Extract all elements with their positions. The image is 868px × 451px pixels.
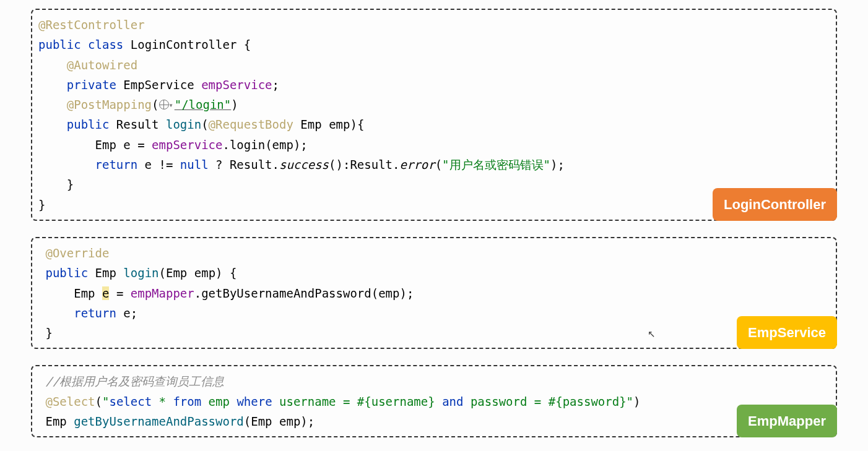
type-emp-p-b3: Emp (251, 414, 272, 428)
badge-emp-mapper: EmpMapper (737, 405, 837, 437)
type-emp-b3: Emp (45, 414, 66, 428)
annotation-requestbody: @RequestBody (209, 118, 293, 131)
kw-public-b2: public (45, 266, 88, 280)
sql-from: from (173, 395, 201, 408)
param-emp-b2: emp (194, 266, 215, 280)
kw-public: public (38, 38, 81, 51)
sql-username: username (272, 395, 343, 408)
var-e-b2: e (102, 286, 109, 300)
sql-open: " (102, 395, 109, 408)
type-empservice: EmpService (123, 78, 194, 92)
kw-null: null (180, 158, 209, 171)
code-block-emp-mapper: //根据用户名及密码查询员工信息 @Select("select * from … (31, 365, 837, 437)
kw-class: class (88, 38, 123, 51)
comment-line: //根据用户名及密码查询员工信息 (45, 374, 224, 388)
code-block-emp-service: @Override public Emp login(Emp emp) { Em… (31, 237, 837, 349)
sql-where: where (237, 395, 272, 408)
var-e2: e (145, 158, 152, 171)
sql-close: " (627, 395, 633, 408)
call-login: login (230, 138, 265, 152)
class-name: LoginController (131, 38, 237, 51)
annotation-override: @Override (45, 246, 109, 260)
call-getby: getByUsernameAndPassword (201, 286, 371, 300)
arg-emp: emp (272, 138, 293, 152)
badge-login-controller: LoginController (713, 188, 837, 221)
kw-return: return (95, 158, 138, 171)
sql-select: select (109, 395, 152, 408)
error-msg: "用户名或密码错误" (442, 158, 550, 171)
annotation-autowired: @Autowired (67, 58, 137, 72)
kw-private: private (67, 78, 116, 92)
ref-empservice: empService (152, 138, 222, 152)
chevron-down-icon: ▾ (169, 99, 173, 111)
method-login-b2: login (123, 266, 158, 280)
var-e: e (123, 138, 130, 152)
type-emp-b2: Emp (95, 266, 116, 280)
sql-star: * (152, 395, 173, 408)
call-error: error (399, 158, 435, 171)
kw-public2: public (67, 118, 110, 131)
annotation-restcontroller: @RestController (38, 18, 145, 32)
type-emp-l-b2: Emp (74, 286, 95, 300)
route-string: "/login" (175, 98, 232, 111)
sql-eq1: = (343, 395, 350, 408)
ref-empmapper: empMapper (131, 286, 194, 300)
annotation-select: @Select (45, 395, 95, 408)
code-block-login-controller: @RestController public class LoginContro… (31, 9, 837, 221)
cursor-icon: ↖ (648, 329, 656, 339)
method-login: login (166, 118, 201, 131)
globe-icon (159, 100, 169, 110)
arg-emp-b2: emp (378, 286, 399, 300)
annotation-postmapping: @PostMapping (67, 98, 152, 111)
method-getby-b3: getByUsernameAndPassword (74, 414, 244, 428)
param-emp: emp (329, 118, 350, 131)
type-result: Result (116, 118, 159, 131)
param-emp-b3: emp (279, 414, 300, 428)
sql-p-user: #{username} (350, 395, 442, 408)
var-e2-b2: e (123, 306, 130, 320)
sql-password: password (463, 395, 534, 408)
sql-p-pass: #{password} (541, 395, 626, 408)
sql-and: and (442, 395, 463, 408)
type-emp-local: Emp (95, 138, 116, 152)
call-success: success (279, 158, 329, 171)
kw-return-b2: return (74, 306, 116, 320)
sql-emp: emp (201, 395, 237, 408)
sql-eq2: = (534, 395, 541, 408)
type-emp-p-b2: Emp (166, 266, 187, 280)
badge-emp-service: EmpService (737, 316, 837, 349)
field-empservice: empService (201, 78, 272, 92)
type-emp: Emp (300, 118, 321, 131)
